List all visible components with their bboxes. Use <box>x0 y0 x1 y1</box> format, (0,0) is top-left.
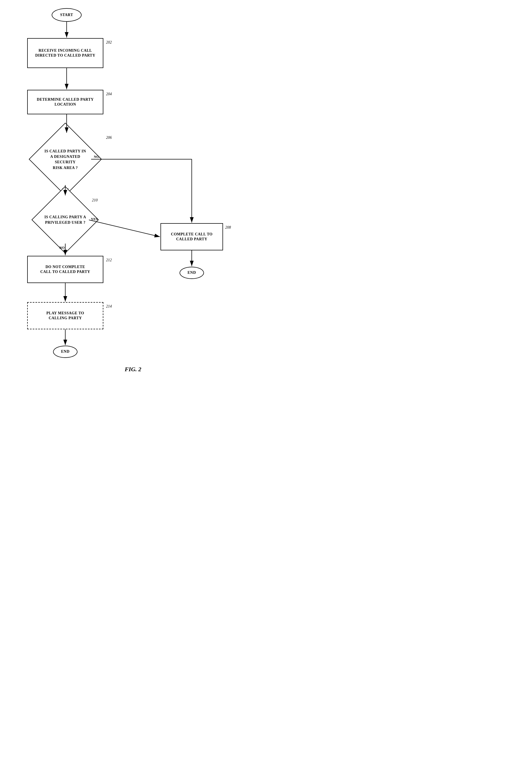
end-2-label: END <box>61 349 69 354</box>
tag-212: 212 <box>106 258 112 262</box>
yes-210: YES <box>91 217 98 221</box>
step-212-box: DO NOT COMPLETECALL TO CALLED PARTY <box>27 256 103 283</box>
svg-line-7 <box>89 220 160 237</box>
step-212-label: DO NOT COMPLETECALL TO CALLED PARTY <box>40 264 90 274</box>
tag-214: 214 <box>106 304 112 309</box>
step-204-label: DETERMINE CALLED PARTYLOCATION <box>37 97 94 107</box>
tag-206: 206 <box>106 135 112 140</box>
step-210-diamond: IS CALLING PARTY APRIVILEGED USER ? <box>32 186 99 253</box>
step-208-label: COMPLETE CALL TOCALLED PARTY <box>171 232 213 242</box>
step-204-box: DETERMINE CALLED PARTYLOCATION <box>27 90 103 114</box>
end-1-label: END <box>188 270 196 275</box>
step-214-box: PLAY MESSAGE TOCALLING PARTY <box>27 302 103 329</box>
step-214-label: PLAY MESSAGE TOCALLING PARTY <box>46 311 84 321</box>
step-210-label: IS CALLING PARTY APRIVILEGED USER ? <box>44 215 86 224</box>
step-208-box: COMPLETE CALL TOCALLED PARTY <box>161 223 223 250</box>
no-206: NO <box>94 155 99 159</box>
tag-202: 202 <box>106 40 112 44</box>
step-206-label: IS CALLED PARTY INA DESIGNATEDSECURITYRI… <box>44 149 86 170</box>
start-node: START <box>52 8 81 22</box>
step-202-label: RECEIVE INCOMING CALLDIRECTED TO CALLED … <box>35 48 95 58</box>
tag-210: 210 <box>92 198 98 202</box>
tag-204: 204 <box>106 92 112 96</box>
figure-label: FIG. 2 <box>125 366 141 373</box>
step-206-diamond: IS CALLED PARTY INA DESIGNATEDSECURITYRI… <box>29 123 102 196</box>
step-202-box: RECEIVE INCOMING CALLDIRECTED TO CALLED … <box>27 38 103 68</box>
no-210: NO <box>59 246 65 250</box>
tag-208: 208 <box>225 225 231 230</box>
end-node-2: END <box>53 346 77 358</box>
end-node-1: END <box>179 267 204 279</box>
start-label: START <box>60 12 73 18</box>
